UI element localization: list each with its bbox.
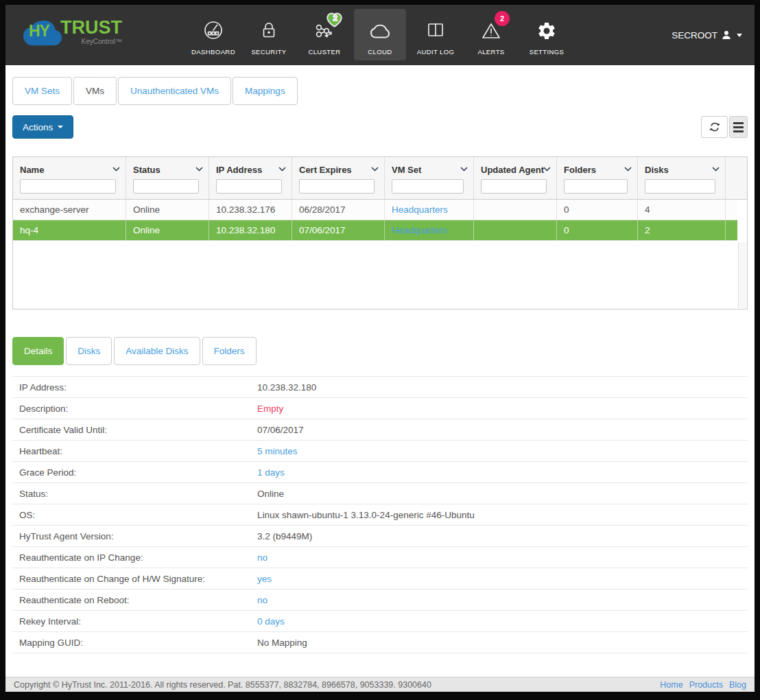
detail-value[interactable]: 5 minutes (257, 446, 298, 456)
detail-value[interactable]: 0 days (257, 616, 285, 627)
table-cell (474, 200, 557, 220)
vm-table-header: Name Status IP Address Cert Expires VM S… (13, 157, 747, 200)
detail-value[interactable]: Empty (257, 404, 283, 414)
vm-set-link[interactable]: Headquarters (392, 205, 448, 215)
actions-button[interactable]: Actions (12, 115, 73, 139)
main-content: VM SetsVMsUnauthenticated VMsMappings Ac… (5, 65, 755, 692)
column-chevron-down-icon[interactable] (278, 167, 286, 172)
footer-link-home[interactable]: Home (660, 680, 682, 690)
column-filter-input[interactable] (20, 179, 116, 194)
column-filter-input[interactable] (645, 179, 715, 194)
detail-tab-label: Disks (78, 346, 100, 356)
cluster-badge: 2 (326, 12, 343, 27)
refresh-button[interactable] (701, 116, 728, 138)
detail-row-status: Status: Online (12, 483, 748, 504)
detail-tab-label: Available Disks (126, 346, 188, 356)
nav-item-cloud[interactable]: CLOUD (354, 9, 406, 60)
column-header-vm-set[interactable]: VM Set (385, 157, 474, 199)
top-nav: HY TRUST KeyControl™ DASHBOARD (5, 5, 755, 65)
actions-caret-icon (58, 126, 63, 128)
detail-tab-available-disks[interactable]: Available Disks (114, 337, 200, 365)
detail-label: Grace Period: (12, 467, 257, 478)
table-cell: 06/28/2017 (292, 200, 385, 220)
column-header-label: VM Set (392, 165, 421, 175)
detail-tab-disks[interactable]: Disks (66, 337, 112, 365)
detail-tab-details[interactable]: Details (12, 337, 64, 365)
detail-label: Rekey Interval: (12, 616, 257, 627)
vm-table: Name Status IP Address Cert Expires VM S… (12, 156, 748, 310)
column-header-label: Cert Expires (299, 165, 352, 175)
column-header-label: Disks (645, 165, 669, 175)
footer-links: HomeProductsBlog (660, 680, 746, 690)
tab-vms[interactable]: VMs (73, 77, 117, 105)
column-header-cert-expires[interactable]: Cert Expires (292, 157, 385, 199)
tab-unauthenticated-vms[interactable]: Unauthenticated VMs (118, 77, 231, 105)
detail-value[interactable]: 1 days (257, 467, 285, 478)
nav-item-cluster[interactable]: 2 CLUSTER (298, 9, 351, 60)
column-header-ip-address[interactable]: IP Address (209, 157, 292, 199)
column-chevron-down-icon[interactable] (195, 167, 203, 172)
main-navigation: DASHBOARD SECURITY (187, 9, 573, 60)
table-row-exchange-server[interactable]: exchange-serverOnline10.238.32.17606/28/… (13, 200, 737, 220)
column-filter-input[interactable] (133, 179, 199, 194)
logo-hy-text: HY (29, 22, 49, 40)
column-chevron-down-icon[interactable] (543, 167, 551, 172)
page-tab-label: Unauthenticated VMs (130, 86, 219, 96)
column-chevron-down-icon[interactable] (624, 167, 632, 172)
list-menu-button[interactable] (729, 116, 748, 138)
detail-row-grace-period: Grace Period: 1 days (12, 462, 748, 483)
nav-item-alerts[interactable]: 2 ALERTS (465, 9, 517, 60)
table-cell: 0 (557, 200, 638, 220)
column-chevron-down-icon[interactable] (712, 167, 720, 172)
nav-label-dashboard: DASHBOARD (191, 48, 235, 56)
detail-value[interactable]: no (257, 552, 268, 563)
page-tab-label: Mappings (245, 86, 285, 96)
column-header-label: Folders (564, 165, 596, 175)
column-header-disks[interactable]: Disks (638, 157, 726, 199)
column-chevron-down-icon[interactable] (460, 167, 468, 172)
nav-item-security[interactable]: SECURITY (243, 9, 295, 60)
column-header-updated-agent[interactable]: Updated Agent (474, 157, 557, 199)
tab-vm-sets[interactable]: VM Sets (12, 77, 72, 105)
column-filter-input[interactable] (392, 179, 464, 194)
detail-row-reauthenticate-on-reboot: Reauthenticate on Reboot: no (12, 590, 748, 611)
table-cell: Online (126, 200, 209, 220)
column-chevron-down-icon[interactable] (112, 167, 120, 172)
column-filter-input[interactable] (216, 179, 282, 194)
page-tab-label: VMs (86, 86, 104, 96)
nav-label-security: SECURITY (251, 48, 286, 56)
gauge-icon (202, 16, 224, 45)
column-header-name[interactable]: Name (13, 157, 126, 199)
nav-item-audit-log[interactable]: AUDIT LOG (409, 9, 462, 60)
detail-tab-folders[interactable]: Folders (202, 337, 257, 365)
table-cell (474, 220, 557, 240)
copyright-text: Copyright © HyTrust Inc. 2011-2016. All … (14, 680, 431, 690)
column-filter-input[interactable] (481, 179, 547, 194)
column-filter-input[interactable] (564, 179, 628, 194)
user-caret-icon (737, 34, 742, 37)
detail-value: Linux shawn-ubuntu-1 3.13.0-24-generic #… (257, 510, 475, 520)
detail-value: 10.238.32.180 (257, 382, 316, 393)
detail-tab-label: Details (24, 346, 52, 356)
tab-mappings[interactable]: Mappings (233, 77, 298, 105)
detail-value[interactable]: no (257, 595, 268, 605)
table-row-hq-4[interactable]: hq-4Online10.238.32.18007/06/2017Headqua… (13, 220, 737, 241)
detail-label: Description: (12, 404, 257, 414)
vm-set-link[interactable]: Headquarters (392, 225, 448, 235)
column-header-status[interactable]: Status (126, 157, 209, 199)
column-chevron-down-icon[interactable] (371, 167, 379, 172)
column-header-folders[interactable]: Folders (557, 157, 638, 199)
hytrust-logo[interactable]: HY TRUST KeyControl™ (19, 13, 122, 46)
footer-link-products[interactable]: Products (689, 680, 723, 690)
nav-item-dashboard[interactable]: DASHBOARD (187, 9, 239, 60)
footer-link-blog[interactable]: Blog (729, 680, 746, 690)
column-filter-input[interactable] (299, 179, 375, 194)
nav-item-settings[interactable]: SETTINGS (521, 9, 573, 60)
user-menu[interactable]: SECROOT (672, 5, 742, 65)
table-scrollbar[interactable] (738, 242, 747, 308)
logo-trust-text: TRUST (60, 19, 122, 36)
detail-value[interactable]: yes (257, 574, 272, 584)
network-icon: 2 (313, 16, 335, 45)
table-cell: Headquarters (385, 220, 474, 240)
detail-tabs: DetailsDisksAvailable DisksFolders (12, 337, 748, 365)
